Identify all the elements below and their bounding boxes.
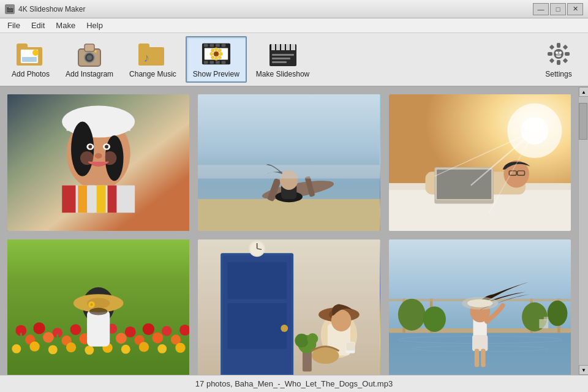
svg-text:♪: ♪ xyxy=(143,51,149,64)
show-preview-label: Show Preview xyxy=(193,70,239,78)
scroll-up-button[interactable]: ▲ xyxy=(579,87,588,97)
svg-rect-76 xyxy=(198,199,380,231)
svg-rect-35 xyxy=(271,44,275,50)
svg-point-62 xyxy=(88,145,92,149)
scroll-down-button[interactable]: ▼ xyxy=(579,365,588,375)
svg-rect-6 xyxy=(85,44,94,51)
svg-rect-142 xyxy=(228,262,287,298)
menu-file[interactable]: File xyxy=(2,20,25,31)
svg-rect-1 xyxy=(17,43,28,50)
svg-rect-38 xyxy=(286,44,290,50)
settings-button[interactable]: Settings xyxy=(534,36,583,83)
svg-rect-49 xyxy=(549,45,554,50)
svg-rect-51 xyxy=(549,58,554,63)
svg-point-108 xyxy=(143,323,154,335)
svg-point-137 xyxy=(90,303,92,306)
svg-point-174 xyxy=(547,301,567,326)
scroll-thumb[interactable] xyxy=(579,103,587,140)
photo-grid-container[interactable] xyxy=(0,87,578,375)
svg-point-152 xyxy=(307,333,318,344)
show-preview-icon xyxy=(202,40,231,67)
toolbar: Add Photos Add Instagram ♪ Change Music xyxy=(0,33,588,87)
photo-grid xyxy=(7,94,571,375)
minimize-button[interactable]: — xyxy=(533,3,549,15)
svg-point-71 xyxy=(95,153,102,159)
svg-point-30 xyxy=(211,56,214,59)
close-button[interactable]: ✕ xyxy=(567,3,583,15)
settings-label: Settings xyxy=(545,70,571,78)
photo-cell-1[interactable] xyxy=(7,94,189,231)
svg-rect-178 xyxy=(481,349,485,367)
change-music-icon: ♪ xyxy=(138,40,167,67)
photo-cell-2[interactable] xyxy=(198,94,380,231)
maximize-button[interactable]: □ xyxy=(550,3,566,15)
svg-rect-20 xyxy=(216,61,220,64)
svg-rect-10 xyxy=(138,47,164,66)
svg-rect-70 xyxy=(108,186,117,213)
svg-rect-48 xyxy=(565,52,570,56)
menu-edit[interactable]: Edit xyxy=(26,20,50,31)
add-photos-icon xyxy=(16,40,45,67)
scrollbar[interactable]: ▲ ▼ xyxy=(578,87,588,375)
svg-rect-11 xyxy=(138,43,149,50)
svg-point-121 xyxy=(29,341,39,351)
show-preview-button[interactable]: Show Preview xyxy=(186,36,247,83)
svg-point-107 xyxy=(125,326,136,337)
photo-cell-5[interactable] xyxy=(198,239,380,375)
svg-rect-47 xyxy=(548,52,552,56)
svg-rect-69 xyxy=(97,186,106,213)
svg-rect-36 xyxy=(276,44,280,50)
status-bar: 17 photos, Baha_Men_-_Who_Let_The_Dogs_O… xyxy=(0,375,588,392)
svg-rect-67 xyxy=(78,186,87,213)
title-bar-left: 🎬 4K Slideshow Maker xyxy=(5,4,85,14)
change-music-button[interactable]: ♪ Change Music xyxy=(123,36,183,83)
menu-make[interactable]: Make xyxy=(51,20,80,31)
svg-rect-19 xyxy=(209,61,214,64)
svg-point-171 xyxy=(398,299,426,331)
title-bar: 🎬 4K Slideshow Maker — □ ✕ xyxy=(0,0,588,18)
make-slideshow-button[interactable]: Make Slideshow xyxy=(249,36,316,83)
change-music-label: Change Music xyxy=(129,70,176,78)
svg-point-32 xyxy=(214,51,219,56)
svg-point-120 xyxy=(12,344,21,353)
add-instagram-label: Add Instagram xyxy=(66,70,113,78)
svg-point-3 xyxy=(32,50,39,56)
menu-bar: File Edit Make Help xyxy=(0,18,588,33)
svg-point-28 xyxy=(211,48,214,52)
svg-point-31 xyxy=(218,56,222,59)
title-bar-controls[interactable]: — □ ✕ xyxy=(533,3,583,15)
add-instagram-icon xyxy=(75,40,104,67)
svg-point-9 xyxy=(94,50,97,53)
svg-point-144 xyxy=(281,325,288,332)
svg-point-172 xyxy=(423,306,445,332)
scroll-track[interactable] xyxy=(579,97,588,365)
svg-point-127 xyxy=(139,342,149,352)
svg-rect-17 xyxy=(221,44,225,47)
make-slideshow-icon xyxy=(268,40,298,67)
add-photos-button[interactable]: Add Photos xyxy=(5,36,56,83)
svg-rect-16 xyxy=(216,44,220,47)
add-instagram-button[interactable]: Add Instagram xyxy=(59,36,120,83)
svg-rect-143 xyxy=(228,303,287,349)
make-slideshow-label: Make Slideshow xyxy=(256,70,309,78)
svg-rect-131 xyxy=(56,334,58,347)
svg-point-129 xyxy=(175,343,185,353)
photo-cell-4[interactable] xyxy=(7,239,189,375)
svg-point-112 xyxy=(43,332,54,343)
svg-rect-177 xyxy=(474,349,478,367)
svg-rect-182 xyxy=(539,319,548,328)
svg-rect-41 xyxy=(272,58,290,59)
svg-rect-92 xyxy=(437,170,491,199)
svg-point-26 xyxy=(209,52,213,56)
photo-cell-3[interactable] xyxy=(389,94,571,231)
svg-point-128 xyxy=(157,344,167,353)
svg-rect-18 xyxy=(204,61,208,64)
app-icon: 🎬 xyxy=(5,4,15,14)
photo-cell-6[interactable] xyxy=(389,239,571,375)
add-photos-label: Add Photos xyxy=(12,70,50,78)
svg-point-138 xyxy=(89,307,108,315)
svg-point-118 xyxy=(152,333,163,344)
menu-help[interactable]: Help xyxy=(81,20,108,31)
svg-point-24 xyxy=(214,47,218,51)
svg-point-53 xyxy=(556,51,558,54)
